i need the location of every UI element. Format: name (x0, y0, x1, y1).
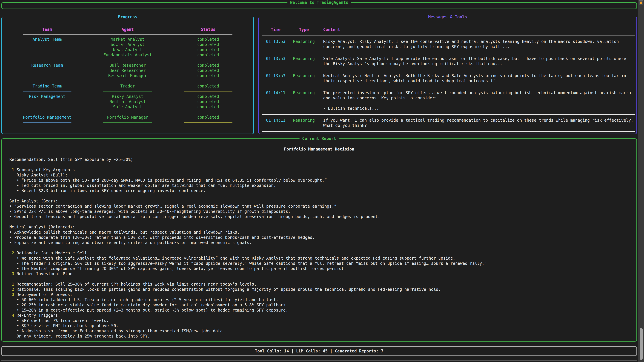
agent-cell: Bull Researcher (103, 63, 152, 68)
message-content: The presented investment plan for SPY of… (318, 89, 635, 112)
report-line: 4 Re-Entry Triggers: (10, 313, 636, 318)
report-line: • Geopolitical tensions and speculative … (10, 214, 636, 219)
team-cell (23, 47, 72, 52)
welcome-title: Welcome to TradingAgents (288, 0, 351, 5)
team-cell: Risk Management (23, 94, 72, 99)
row-separator (290, 129, 318, 134)
report-line (10, 277, 636, 282)
report-line (10, 193, 636, 199)
report-line (10, 162, 636, 167)
status-bar: Tool Calls: 14 | LLM Calls: 45 | Generat… (1, 346, 637, 356)
group-separator (184, 78, 232, 84)
report-line (10, 245, 636, 251)
report-line: • A dovish pivot from the Fed accompanie… (10, 329, 636, 334)
group-separator (184, 120, 232, 125)
group-separator (103, 110, 152, 115)
status-cell: completed (184, 63, 232, 68)
group-separator (23, 78, 72, 84)
row-separator (262, 129, 290, 134)
welcome-panel: Welcome to TradingAgents (1, 2, 637, 9)
group-separator (23, 58, 72, 63)
report-line: • “Services sector contraction and slowi… (10, 204, 636, 209)
report-line: 3 Refined Investment Plan (10, 271, 636, 277)
agent-cell: Trader (103, 84, 152, 89)
report-line: • Recent $2.3 billion inflows into SPY u… (10, 188, 636, 193)
list-number: 3 (10, 292, 16, 297)
agent-cell: Market Analyst (103, 37, 152, 42)
message-time: 01:14:11 (262, 117, 290, 129)
messages-column-header: Time (262, 26, 290, 33)
team-cell (23, 99, 72, 104)
terminal-screen: Welcome to TradingAgents Progress TeamAg… (0, 0, 644, 362)
list-number: 3 (10, 272, 16, 276)
row-separator (262, 68, 290, 72)
agent-cell: Portfolio Manager (103, 115, 152, 120)
agent-cell: Research Manager (103, 73, 152, 78)
team-cell: Trading Team (23, 84, 72, 89)
status-cell: completed (184, 68, 232, 73)
scrollbar-thumb[interactable] (640, 328, 643, 360)
status-cell: completed (184, 42, 232, 47)
group-separator (184, 58, 232, 63)
row-separator (318, 112, 635, 117)
agent-cell: Safe Analyst (103, 104, 152, 110)
report-title: Current Report (300, 136, 339, 141)
message-content: Risky Analyst: Risky Analyst: I see the … (318, 38, 635, 51)
report-line: • The Neutral compromise—“trimming 20–30… (10, 266, 636, 271)
row-separator (318, 68, 635, 72)
row-separator (318, 85, 635, 89)
list-number: 1 (10, 282, 16, 287)
agent-cell: Bear Researcher (103, 68, 152, 73)
report-line: • “Price is above both the 50- and 200-d… (10, 178, 636, 183)
progress-table: TeamAgentStatusAnalyst TeamMarket Analys… (2, 27, 254, 125)
agent-cell: Risky Analyst (103, 94, 152, 99)
scroll-indicator-button[interactable] (639, 0, 643, 5)
progress-title: Progress (115, 14, 140, 19)
message-type: Reasoning (290, 117, 318, 129)
progress-panel: Progress TeamAgentStatusAnalyst TeamMark… (1, 17, 254, 134)
progress-column-header: Status (184, 27, 232, 33)
report-line: 3 Deployment of Proceeds: (10, 292, 636, 297)
report-line: Neutral Analyst (Balanced): (10, 225, 636, 230)
agent-cell: Neutral Analyst (103, 99, 152, 104)
status-cell: completed (184, 94, 232, 99)
message-type: Reasoning (290, 55, 318, 68)
orange-dot-icon (640, 1, 642, 4)
status-cell: completed (184, 52, 232, 58)
list-number: 1 (10, 168, 16, 172)
group-separator (103, 58, 152, 63)
status-cell: completed (184, 47, 232, 52)
row-separator (290, 85, 318, 89)
report-line: Risky Analyst (Bull): (10, 173, 636, 178)
agent-cell: News Analyst (103, 47, 152, 52)
report-line: • SPY declines 7% from current levels. (10, 318, 636, 323)
team-cell: Portfolio Management (23, 115, 72, 120)
message-type: Reasoning (290, 72, 318, 85)
list-number: 2 (10, 251, 16, 255)
report-line: • The trader’s original 50% cut is likel… (10, 261, 636, 266)
row-separator (262, 33, 290, 38)
agent-cell: Fundamentals Analyst (103, 52, 152, 58)
report-line: • We agree with the Safe Analyst that “e… (10, 256, 636, 261)
report-line: Safe Analyst (Bear): (10, 199, 636, 204)
message-content: Neutral Analyst: Neutral Analyst: Both t… (318, 72, 635, 85)
message-type: Reasoning (290, 38, 318, 51)
group-separator (23, 89, 72, 94)
scrollbar-track[interactable] (638, 0, 644, 362)
row-separator (318, 129, 635, 134)
row-separator (290, 112, 318, 117)
report-line: 1 Recommendation: Sell 25–30% of current… (10, 282, 636, 287)
report-line: • Acknowledge bullish technicals and mac… (10, 230, 636, 235)
agent-cell: Social Analyst (103, 42, 152, 47)
group-separator (103, 120, 152, 125)
report-line: • 15–20% in a cost-effective put spread … (10, 308, 636, 313)
messages-column-header: Content (318, 26, 635, 33)
status-cell: completed (184, 115, 232, 120)
report-line: 2 Rationale for a Moderate Sell (10, 251, 636, 256)
report-panel: Current Report Portfolio Management Deci… (1, 138, 637, 342)
messages-title: Messages & Tools (426, 14, 470, 19)
team-cell (23, 68, 72, 73)
list-number: 4 (10, 313, 16, 318)
messages-panel: Messages & Tools TimeTypeContent01:13:53… (258, 17, 637, 134)
report-line: • 50–60% into laddered U.S. Treasuries o… (10, 297, 636, 303)
